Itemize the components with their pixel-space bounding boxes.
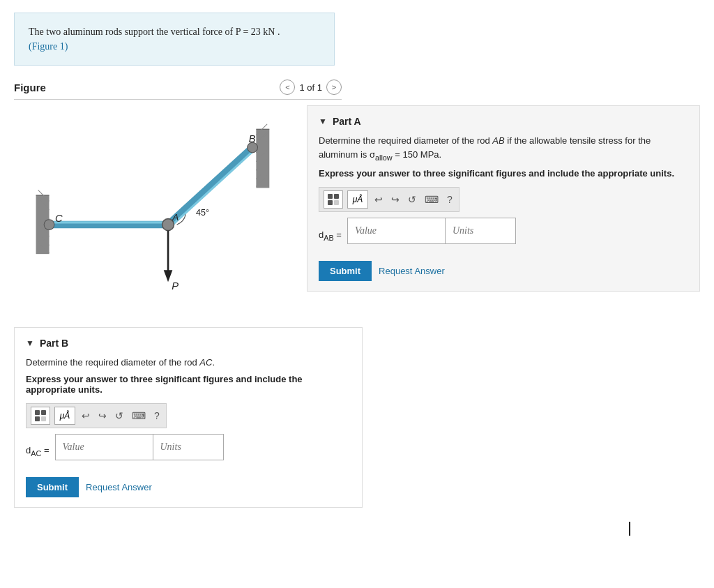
b-matrix-cell-2: [41, 410, 46, 415]
part-b-input-box: [55, 434, 224, 460]
part-b-label: dAC =: [26, 445, 50, 458]
part-b-matrix-button[interactable]: [31, 407, 50, 425]
matrix-cell-2: [334, 194, 339, 199]
part-b-help-button[interactable]: ?: [152, 409, 162, 423]
part-b-request-answer-link[interactable]: Request Answer: [86, 482, 152, 492]
part-b-answer-row: dAC =: [26, 434, 351, 469]
part-b-units-input[interactable]: [153, 435, 223, 460]
angle-label: 45°: [196, 208, 209, 218]
part-b-submit-button[interactable]: Submit: [26, 477, 79, 497]
part-a-label: dAB =: [319, 229, 342, 242]
b-matrix-cell-4: [41, 416, 46, 421]
figure-header: Figure < 1 of 1 >: [14, 80, 342, 100]
label-a: A: [172, 212, 178, 223]
cursor-area: [0, 515, 700, 536]
label-b: B: [249, 133, 256, 144]
matrix-button[interactable]: [324, 190, 343, 209]
part-a-collapse-arrow[interactable]: ▼: [319, 116, 327, 126]
problem-box: The two aluminum rods support the vertic…: [14, 13, 335, 66]
part-b-value-input[interactable]: [56, 435, 153, 460]
part-a-header: ▼ Part A: [319, 116, 688, 127]
part-a-title: Part A: [333, 116, 361, 127]
part-b-keyboard-button[interactable]: ⌨: [130, 409, 148, 423]
part-a-toolbar: μÅ ↩ ↪ ↺ ⌨ ?: [319, 187, 459, 212]
part-a-panel: ▼ Part A Determine the required diameter…: [307, 105, 700, 292]
wall-right: [256, 129, 269, 188]
b-matrix-cell-1: [35, 410, 40, 415]
figure-title: Figure: [14, 82, 46, 93]
part-b-header: ▼ Part B: [26, 338, 351, 349]
part-b-section: ▼ Part B Determine the required diameter…: [14, 327, 363, 508]
figure-section: Figure < 1 of 1 >: [14, 80, 342, 105]
figure-pagination: 1 of 1: [299, 82, 322, 93]
part-b-description: Determine the required diameter of the r…: [26, 356, 351, 370]
rod-ab: [168, 148, 252, 225]
keyboard-button[interactable]: ⌨: [423, 193, 441, 206]
figure-prev-button[interactable]: <: [280, 80, 295, 95]
part-b-matrix-icon: [34, 409, 47, 422]
b-matrix-cell-3: [35, 416, 40, 421]
undo-button[interactable]: ↩: [372, 193, 385, 206]
page-container: The two aluminum rods support the vertic…: [0, 0, 714, 536]
part-b-submit-row: Submit Request Answer: [26, 477, 351, 497]
part-a-instruction: Express your answer to three significant…: [319, 168, 688, 179]
label-c: C: [55, 213, 63, 224]
matrix-cell-3: [328, 200, 333, 205]
figure-next-button[interactable]: >: [326, 80, 342, 95]
figure-nav: < 1 of 1 >: [280, 80, 342, 95]
part-b-mu-button[interactable]: μÅ: [54, 407, 75, 425]
part-a-request-answer-link[interactable]: Request Answer: [379, 266, 445, 276]
matrix-cell-4: [334, 200, 339, 205]
part-b-undo-button[interactable]: ↩: [79, 409, 92, 423]
figure-link[interactable]: (Figure 1): [29, 41, 68, 52]
part-b-refresh-button[interactable]: ↺: [113, 409, 126, 423]
mu-button[interactable]: μÅ: [347, 190, 368, 209]
figure-diagram: B C A P 45°: [14, 105, 293, 315]
problem-statement: The two aluminum rods support the vertic…: [29, 27, 280, 37]
matrix-icon: [327, 193, 340, 206]
part-a-answer-row: dAB =: [319, 218, 688, 252]
main-layout: B C A P 45° ▼ Part A Determine the requi…: [14, 105, 700, 315]
part-a-description: Determine the required diameter of the r…: [319, 134, 688, 163]
help-button[interactable]: ?: [445, 193, 455, 206]
part-b-toolbar: μÅ ↩ ↪ ↺ ⌨ ?: [26, 403, 167, 428]
part-a-input-box: [347, 218, 516, 244]
part-a-units-input[interactable]: [446, 218, 515, 243]
rod-ab-highlight: [170, 150, 255, 227]
part-b-instruction: Express your answer to three significant…: [26, 374, 351, 395]
refresh-button[interactable]: ↺: [406, 193, 418, 206]
part-b-title: Part B: [40, 338, 68, 349]
part-a-value-input[interactable]: [348, 218, 446, 243]
text-cursor: [629, 522, 630, 536]
part-a-submit-button[interactable]: Submit: [319, 261, 372, 281]
matrix-cell-1: [328, 194, 333, 199]
part-b-collapse-arrow[interactable]: ▼: [26, 338, 34, 348]
redo-button[interactable]: ↪: [389, 193, 402, 206]
part-a-submit-row: Submit Request Answer: [319, 261, 688, 281]
label-p: P: [172, 280, 178, 292]
part-b-redo-button[interactable]: ↪: [96, 409, 109, 423]
pin-c: [44, 220, 54, 230]
diagram-svg: B C A P 45°: [14, 105, 293, 315]
